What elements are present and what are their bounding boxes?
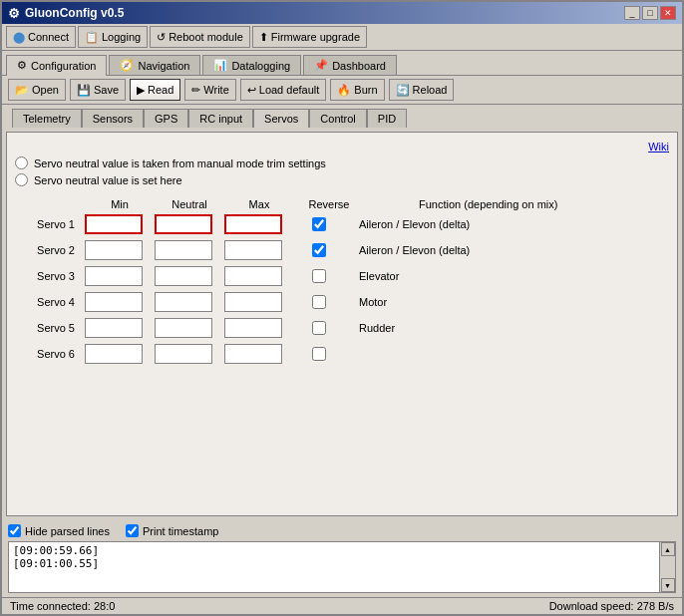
servo-3-reverse[interactable] — [312, 269, 326, 283]
radio-set-here[interactable] — [15, 173, 28, 186]
connect-button[interactable]: ⬤ Connect — [6, 26, 76, 48]
bottom-checkboxes: Hide parsed lines Print timestamp — [8, 524, 676, 537]
log-line-2: [09:01:00.55] — [13, 557, 655, 570]
servo-4-max[interactable]: 2000 — [224, 292, 282, 312]
servo-4-min[interactable]: 1000 — [85, 292, 143, 312]
maximize-button[interactable]: □ — [642, 6, 658, 20]
sub-tab-rcinput[interactable]: RC input — [188, 109, 253, 128]
servo-4-neutral[interactable]: 1000 — [155, 292, 212, 312]
servo-6-reverse[interactable] — [312, 347, 326, 361]
log-line-1: [09:00:59.66] — [13, 544, 655, 557]
load-icon: ↩ — [247, 84, 256, 97]
servo-6-label: Servo 6 — [15, 348, 85, 360]
radio-row-1: Servo neutral value is taken from manual… — [15, 156, 669, 169]
servo-1-function: Aileron / Elevon (delta) — [344, 218, 543, 230]
servo-3-reverse-cell — [294, 269, 344, 283]
servo-1-max[interactable]: 2000 — [224, 214, 282, 234]
servo-2-neutral[interactable]: 1500 — [155, 240, 212, 260]
servo-5-min[interactable]: 1000 — [85, 318, 143, 338]
dashboard-icon: 📌 — [314, 59, 328, 72]
servo-3-function: Elevator — [344, 270, 543, 282]
servo-2-min[interactable]: 1000 — [85, 240, 143, 260]
main-tab-bar: ⚙ Configuration 🧭 Navigation 📊 Dataloggi… — [2, 51, 682, 76]
sub-tab-gps[interactable]: GPS — [144, 109, 188, 128]
wiki-link[interactable]: Wiki — [648, 141, 669, 153]
servo-3-label: Servo 3 — [15, 270, 85, 282]
hide-parsed-checkbox[interactable] — [8, 524, 21, 537]
open-button[interactable]: 📂 Open — [8, 79, 66, 101]
burn-button[interactable]: 🔥 Burn — [330, 79, 384, 101]
servo-3-min[interactable]: 1000 — [85, 266, 143, 286]
servo-row-6: Servo 6 1000 1000 2000 — [15, 344, 669, 364]
radio-trim-settings[interactable] — [15, 156, 28, 169]
load-default-button[interactable]: ↩ Load default — [240, 79, 327, 101]
col-max-header: Max — [224, 198, 294, 210]
sub-tab-pid[interactable]: PID — [367, 109, 407, 128]
sub-tab-servos[interactable]: Servos — [253, 109, 309, 129]
servo-6-reverse-cell — [294, 347, 344, 361]
tab-navigation[interactable]: 🧭 Navigation — [109, 55, 200, 75]
servo-5-reverse[interactable] — [312, 321, 326, 335]
bottom-area: Hide parsed lines Print timestamp [09:00… — [2, 520, 682, 593]
servo-row-3: Servo 3 1000 1000 2000 Elevator — [15, 266, 669, 286]
servo-row-5: Servo 5 1000 1000 2000 Rudder — [15, 318, 669, 338]
servo-3-max[interactable]: 2000 — [224, 266, 282, 286]
servo-6-min[interactable]: 1000 — [85, 344, 143, 364]
servo-4-reverse[interactable] — [312, 295, 326, 309]
servo-1-reverse[interactable] — [312, 217, 326, 231]
sub-tab-bar: Telemetry Sensors GPS RC input Servos Co… — [2, 105, 682, 128]
servo-5-neutral[interactable]: 1000 — [155, 318, 212, 338]
servo-2-max[interactable]: 2000 — [224, 240, 282, 260]
servo-row-2: Servo 2 1000 1500 2000 Aileron / Elevon … — [15, 240, 669, 260]
compass-icon: 🧭 — [120, 59, 134, 72]
time-connected: Time connected: 28:0 — [10, 600, 115, 612]
scroll-up-button[interactable]: ▲ — [661, 542, 675, 556]
save-button[interactable]: 💾 Save — [70, 79, 126, 101]
logging-button[interactable]: 📋 Logging — [78, 26, 148, 48]
servo-4-function: Motor — [344, 296, 543, 308]
tab-datalogging[interactable]: 📊 Datalogging — [202, 55, 301, 75]
write-button[interactable]: ✏ Write — [184, 79, 235, 101]
sub-tab-telemetry[interactable]: Telemetry — [12, 109, 82, 128]
servo-5-max[interactable]: 2000 — [224, 318, 282, 338]
action-bar: 📂 Open 💾 Save ▶ Read ✏ Write ↩ Load defa… — [2, 76, 682, 105]
hide-parsed-label[interactable]: Hide parsed lines — [8, 524, 110, 537]
reload-button[interactable]: 🔄 Reload — [389, 79, 455, 101]
title-bar: ⚙ GluonConfig v0.5 _ □ ✕ — [2, 2, 682, 24]
scroll-down-button[interactable]: ▼ — [661, 578, 675, 592]
sub-tab-sensors[interactable]: Sensors — [82, 109, 144, 128]
servo-1-neutral[interactable]: 1000 — [155, 214, 212, 234]
reload-icon: 🔄 — [396, 84, 410, 97]
title-bar-left: ⚙ GluonConfig v0.5 — [8, 6, 124, 21]
burn-icon: 🔥 — [337, 84, 351, 97]
close-button[interactable]: ✕ — [660, 6, 676, 20]
servo-2-label: Servo 2 — [15, 244, 85, 256]
servo-1-reverse-cell — [294, 217, 344, 231]
servo-6-neutral[interactable]: 1000 — [155, 344, 212, 364]
firmware-button[interactable]: ⬆ Firmware upgrade — [252, 26, 367, 48]
servo-2-reverse[interactable] — [312, 243, 326, 257]
reboot-button[interactable]: ↺ Reboot module — [150, 26, 250, 48]
servo-6-max[interactable]: 2000 — [224, 344, 282, 364]
folder-icon: 📂 — [15, 84, 29, 97]
window-title: GluonConfig v0.5 — [25, 6, 124, 20]
col-reverse-header: Reverse — [294, 198, 364, 210]
servo-2-function: Aileron / Elevon (delta) — [344, 244, 543, 256]
servo-3-neutral[interactable]: 1000 — [155, 266, 212, 286]
servo-row-4: Servo 4 1000 1000 2000 Motor — [15, 292, 669, 312]
content-area: Wiki Servo neutral value is taken from m… — [2, 128, 682, 520]
print-timestamp-checkbox[interactable] — [126, 524, 139, 537]
write-icon: ✏ — [191, 84, 200, 97]
tab-configuration[interactable]: ⚙ Configuration — [6, 55, 107, 76]
servo-table: Min Neutral Max Reverse Function (depend… — [15, 198, 669, 507]
chart-icon: 📊 — [213, 59, 227, 72]
minimize-button[interactable]: _ — [624, 6, 640, 20]
servo-1-min[interactable]: 1000 — [85, 214, 143, 234]
panel: Wiki Servo neutral value is taken from m… — [6, 132, 678, 516]
main-window: ⚙ GluonConfig v0.5 _ □ ✕ ⬤ Connect 📋 Log… — [0, 0, 684, 616]
print-timestamp-label[interactable]: Print timestamp — [126, 524, 218, 537]
col-min-header: Min — [85, 198, 155, 210]
read-button[interactable]: ▶ Read — [130, 79, 180, 101]
tab-dashboard[interactable]: 📌 Dashboard — [303, 55, 397, 75]
sub-tab-control[interactable]: Control — [309, 109, 366, 128]
